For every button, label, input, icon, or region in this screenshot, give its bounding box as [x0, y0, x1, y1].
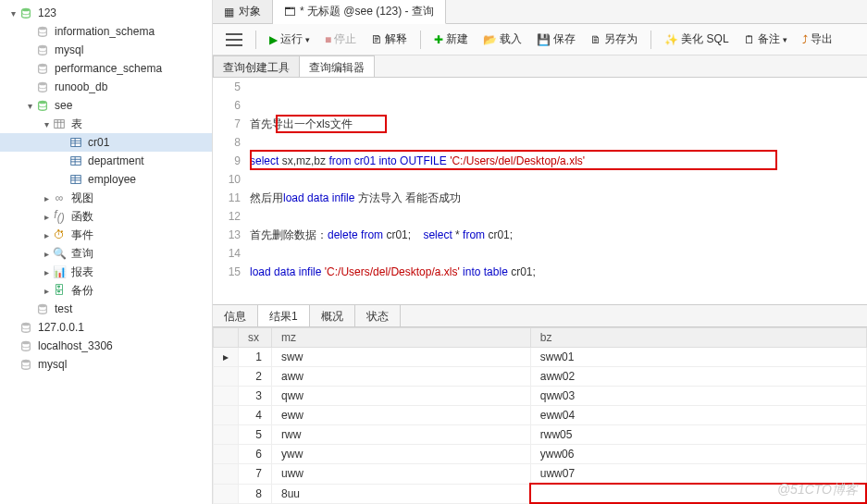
code-line[interactable] — [250, 78, 867, 96]
row-selector[interactable] — [214, 406, 239, 425]
db-green-icon — [35, 98, 50, 113]
cell[interactable]: sww01 — [530, 348, 866, 367]
cell[interactable]: eww — [272, 406, 531, 425]
cell[interactable]: qww — [272, 387, 531, 406]
tree-node-函数[interactable]: ▸f()函数 — [0, 207, 212, 226]
col-sx[interactable]: sx — [239, 328, 272, 348]
tab-objects[interactable]: ▦ 对象 — [213, 0, 273, 23]
cell[interactable]: 6 — [239, 445, 272, 464]
subtab-builder[interactable]: 查询创建工具 — [213, 55, 300, 77]
code-line[interactable]: select sx,mz,bz from cr01 into OUTFILE '… — [250, 152, 867, 170]
export-button[interactable]: ⤴导出 — [797, 29, 838, 50]
row-selector[interactable] — [214, 464, 239, 485]
svg-point-24 — [22, 341, 31, 345]
cell[interactable]: 7 — [239, 464, 272, 485]
table-row[interactable]: 6ywwyww06 — [214, 445, 867, 464]
cell[interactable]: sww — [272, 348, 531, 367]
rtab-info[interactable]: 信息 — [213, 305, 258, 326]
row-selector[interactable] — [214, 445, 239, 464]
cell[interactable]: 8uu — [272, 484, 531, 503]
cell[interactable]: yww — [272, 445, 531, 464]
tree-node-123[interactable]: ▾123 — [0, 4, 212, 22]
tree-node-information_schema[interactable]: information_schema — [0, 22, 212, 41]
code-line[interactable]: 然后用load data infile 方法导入 看能否成功 — [250, 189, 867, 207]
rtab-status[interactable]: 状态 — [355, 305, 401, 326]
tree-node-mysql[interactable]: mysql — [0, 41, 212, 59]
table-row[interactable]: 5rwwrww05 — [214, 425, 867, 445]
cell[interactable]: qww03 — [530, 387, 866, 406]
tree-node-127.0.0.1[interactable]: 127.0.0.1 — [0, 318, 212, 337]
code-line[interactable] — [250, 133, 867, 152]
cell[interactable]: rww05 — [530, 425, 866, 445]
tree-node-employee[interactable]: employee — [0, 170, 212, 189]
col-mz[interactable]: mz — [272, 328, 531, 348]
cell[interactable]: uww — [272, 464, 531, 485]
table-row[interactable]: 7uwwuww07 — [214, 464, 867, 485]
tree-node-报表[interactable]: ▸📊报表 — [0, 263, 212, 281]
cell[interactable]: rww — [272, 425, 531, 445]
cell[interactable]: 2 — [239, 367, 272, 387]
explain-button[interactable]: 🖹解释 — [365, 29, 413, 50]
saveas-button[interactable]: 🗎另存为 — [585, 29, 643, 50]
code-line[interactable] — [250, 244, 867, 263]
tree-node-localhost_3306[interactable]: localhost_3306 — [0, 337, 212, 355]
tree-node-runoob_db[interactable]: runoob_db — [0, 78, 212, 96]
result-grid[interactable]: sxmzbz▸1swwsww012awwaww023qwwqww034ewwew… — [213, 327, 867, 504]
tree-label: department — [86, 154, 144, 167]
tree-node-表[interactable]: ▾表 — [0, 115, 212, 133]
tree-node-cr01[interactable]: cr01 — [0, 133, 212, 152]
row-selector[interactable] — [214, 367, 239, 387]
db-grey-icon — [35, 301, 50, 316]
subtab-editor[interactable]: 查询编辑器 — [299, 55, 375, 77]
note-button[interactable]: 🗒备注▾ — [738, 29, 793, 50]
tree-node-视图[interactable]: ▸∞视图 — [0, 189, 212, 207]
tree-node-department[interactable]: department — [0, 152, 212, 170]
tree-node-备份[interactable]: ▸🗄备份 — [0, 281, 212, 300]
menu-button[interactable] — [220, 31, 248, 49]
tab-query[interactable]: 🗔 * 无标题 @see (123) - 查询 — [273, 0, 446, 24]
cell[interactable]: 4 — [239, 406, 272, 425]
tree-node-查询[interactable]: ▸🔍查询 — [0, 244, 212, 263]
col-bz[interactable]: bz — [530, 328, 866, 348]
code-line[interactable]: 首先导出一个xls文件 — [250, 115, 867, 133]
new-button[interactable]: ✚新建 — [428, 29, 474, 50]
tree-node-see[interactable]: ▾see — [0, 96, 212, 115]
code-line[interactable] — [250, 96, 867, 115]
watermark: @51CTO博客 — [777, 482, 858, 498]
rtab-result[interactable]: 结果1 — [258, 305, 310, 326]
btn-label: 新建 — [446, 31, 468, 47]
code-line[interactable] — [250, 170, 867, 189]
cell[interactable]: 5 — [239, 425, 272, 445]
row-selector[interactable] — [214, 425, 239, 445]
code-line[interactable] — [250, 207, 867, 226]
row-selector[interactable] — [214, 484, 239, 503]
load-button[interactable]: 📂载入 — [477, 29, 527, 50]
cell[interactable]: 3 — [239, 387, 272, 406]
table-row[interactable]: ▸1swwsww01 — [214, 348, 867, 367]
table-row[interactable]: 2awwaww02 — [214, 367, 867, 387]
code-line[interactable]: 首先删除数据：delete from cr01; select * from c… — [250, 226, 867, 244]
db-grey-icon — [35, 43, 50, 57]
cell[interactable]: 8 — [239, 484, 272, 503]
rtab-profile[interactable]: 概况 — [310, 305, 355, 326]
table-row[interactable]: 4ewweww04 — [214, 406, 867, 425]
run-button[interactable]: ▶运行▾ — [264, 29, 316, 50]
cell[interactable]: aww02 — [530, 367, 866, 387]
row-selector[interactable]: ▸ — [214, 348, 239, 367]
cell[interactable]: aww — [272, 367, 531, 387]
tree-node-事件[interactable]: ▸⏱事件 — [0, 226, 212, 244]
beautify-button[interactable]: ✨美化 SQL — [659, 29, 734, 50]
tree-node-performance_schema[interactable]: performance_schema — [0, 59, 212, 78]
table-row[interactable]: 3qwwqww03 — [214, 387, 867, 406]
cell[interactable]: eww04 — [530, 406, 866, 425]
tree-node-mysql[interactable]: mysql — [0, 355, 212, 374]
save-button[interactable]: 💾保存 — [531, 29, 581, 50]
code-line[interactable]: load data infile 'C:/Users/del/Desktop/a… — [250, 263, 867, 281]
sql-editor[interactable]: 56789101112131415首先导出一个xls文件select sx,mz… — [213, 78, 867, 304]
tree-node-test[interactable]: test — [0, 300, 212, 318]
cell[interactable]: uww07 — [530, 464, 866, 485]
table-row[interactable]: 88uu — [214, 484, 867, 503]
row-selector[interactable] — [214, 387, 239, 406]
cell[interactable]: 1 — [239, 348, 272, 367]
cell[interactable]: yww06 — [530, 445, 866, 464]
